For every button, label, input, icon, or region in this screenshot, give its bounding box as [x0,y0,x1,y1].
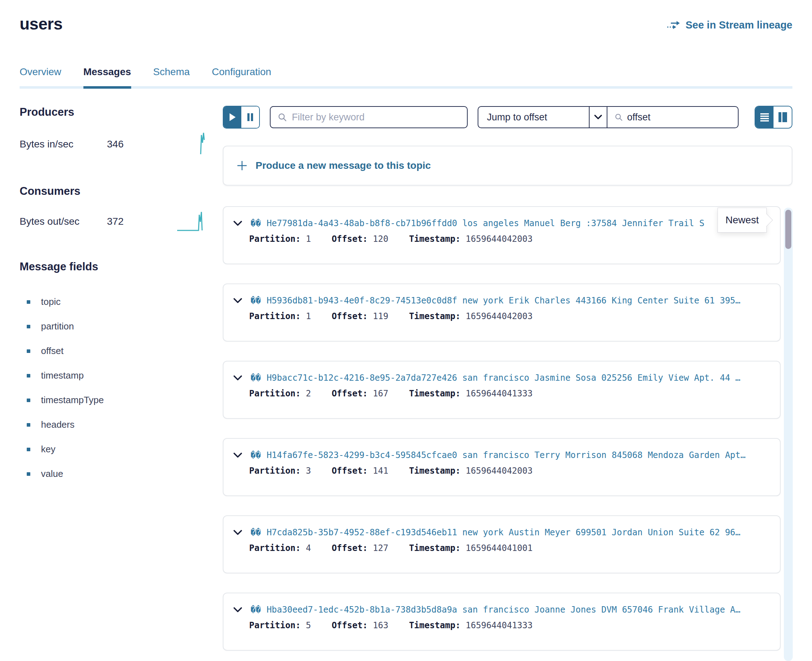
timestamp-value: 1659644041333 [466,388,533,399]
message-key-text: H9bacc71c-b12c-4216-8e95-2a7da727e426 sa… [267,373,740,383]
replacement-char-glyphs: �� [251,218,261,228]
lineage-link-label: See in Stream lineage [685,19,793,31]
field-item-value[interactable]: value [19,461,223,486]
list-view-button[interactable] [755,107,774,128]
message-list-scrollbar[interactable] [784,208,793,661]
expand-chevron-icon[interactable] [233,219,243,228]
message-row[interactable]: �� H7cda825b-35b7-4952-88ef-c193d546eb11… [223,515,781,573]
bytes-out-sparkline-icon [176,211,208,233]
play-icon [229,113,236,122]
bullet-icon [27,374,30,377]
timestamp-label: Timestamp: [409,311,461,321]
message-row[interactable]: �� H9bacc71c-b12c-4216-8e95-2a7da727e426… [223,361,781,419]
timestamp-label: Timestamp: [409,388,461,399]
expand-chevron-icon[interactable] [233,451,243,460]
consumers-heading: Consumers [19,185,223,198]
message-meta: Partition: 1 Offset: 120 Timestamp: 1659… [224,228,780,244]
search-icon [615,113,623,122]
expand-chevron-icon[interactable] [233,528,243,537]
list-view-icon [760,113,769,122]
field-item-timestampType[interactable]: timestampType [19,388,223,412]
partition-value: 1 [306,311,311,321]
bytes-out-stat: Bytes out/sec 372 [19,211,223,233]
message-row[interactable]: �� H5936db81-b943-4e0f-8c29-74513e0c0d8f… [223,284,781,342]
offset-label: Offset: [332,620,367,631]
messages-panel: Jump to offset [223,106,793,651]
message-row[interactable]: �� He77981da-4a43-48ab-b8f8-cb71b96ffdd0… [223,206,781,264]
tab-configuration[interactable]: Configuration [212,66,271,86]
tab-messages[interactable]: Messages [83,66,131,86]
message-key-text: Hba30eed7-1edc-452b-8b1a-738d3b5d8a9a sa… [267,605,740,615]
offset-label: Offset: [332,388,367,399]
replacement-char-glyphs: �� [251,295,261,306]
offset-search-field [607,107,738,128]
message-list: �� He77981da-4a43-48ab-b8f8-cb71b96ffdd0… [223,206,793,651]
expand-chevron-icon[interactable] [233,374,243,382]
partition-label: Partition: [249,466,301,476]
bullet-icon [27,448,30,451]
scrollbar-thumb[interactable] [785,210,791,249]
offset-label: Offset: [332,311,367,321]
replacement-char-glyphs: �� [251,450,261,460]
messages-toolbar: Jump to offset [223,106,793,129]
field-item-topic[interactable]: topic [19,289,223,314]
field-item-key[interactable]: key [19,437,223,461]
offset-value: 119 [373,311,388,321]
produce-message-button[interactable]: Produce a new message to this topic [223,146,793,185]
search-icon [278,112,287,122]
partition-label: Partition: [249,620,301,631]
message-key-text: H14fa67fe-5823-4299-b3c4-595845cfcae0 sa… [267,450,746,460]
offset-label: Offset: [332,234,367,244]
chevron-down-icon[interactable] [589,107,607,128]
timestamp-value: 1659644041333 [466,620,533,631]
message-row[interactable]: �� Hba30eed7-1edc-452b-8b1a-738d3b5d8a9a… [223,592,781,651]
partition-value: 5 [306,620,311,631]
pause-button[interactable] [241,107,259,128]
bullet-icon [27,325,30,328]
offset-search-input[interactable] [627,112,731,123]
timestamp-value: 1659644042003 [466,311,533,321]
partition-label: Partition: [249,388,301,399]
expand-chevron-icon[interactable] [233,296,243,305]
replacement-char-glyphs: �� [251,373,261,383]
field-item-timestamp[interactable]: timestamp [19,363,223,388]
offset-value: 163 [373,620,388,631]
partition-value: 3 [306,466,311,476]
column-view-button[interactable] [774,107,792,128]
partition-value: 2 [306,388,311,399]
jump-to-offset-select[interactable]: Jump to offset [478,107,589,128]
offset-value: 120 [373,234,388,244]
message-row[interactable]: �� H14fa67fe-5823-4299-b3c4-595845cfcae0… [223,438,781,496]
field-item-partition[interactable]: partition [19,314,223,339]
bytes-out-label: Bytes out/sec [19,216,107,227]
partition-label: Partition: [249,234,301,244]
message-key-text: H7cda825b-35b7-4952-88ef-c193d546eb11 ne… [267,527,740,537]
message-meta: Partition: 5 Offset: 163 Timestamp: 1659… [224,615,780,631]
bytes-out-value: 372 [107,216,124,227]
field-item-headers[interactable]: headers [19,412,223,437]
tab-overview[interactable]: Overview [19,66,61,86]
filter-field [270,106,468,128]
offset-value: 127 [373,543,388,553]
partition-value: 1 [306,234,311,244]
expand-chevron-icon[interactable] [233,605,243,614]
timestamp-label: Timestamp: [409,620,461,631]
bullet-icon [27,300,30,304]
offset-value: 167 [373,388,388,399]
play-pause-group [223,106,260,129]
newest-tooltip: Newest [718,208,767,233]
bytes-in-sparkline-icon [194,131,208,157]
offset-label: Offset: [332,543,367,553]
bytes-in-value: 346 [107,139,124,150]
tab-schema[interactable]: Schema [153,66,190,86]
filter-input[interactable] [292,112,460,123]
bytes-in-label: Bytes in/sec [19,139,107,150]
lineage-arrow-icon [667,20,681,30]
column-view-icon [778,112,787,123]
message-meta: Partition: 4 Offset: 127 Timestamp: 1659… [224,537,780,553]
field-item-offset[interactable]: offset [19,339,223,363]
message-meta: Partition: 2 Offset: 167 Timestamp: 1659… [224,383,780,399]
stream-lineage-link[interactable]: See in Stream lineage [667,19,793,31]
play-button[interactable] [224,107,241,128]
offset-value: 141 [373,466,388,476]
